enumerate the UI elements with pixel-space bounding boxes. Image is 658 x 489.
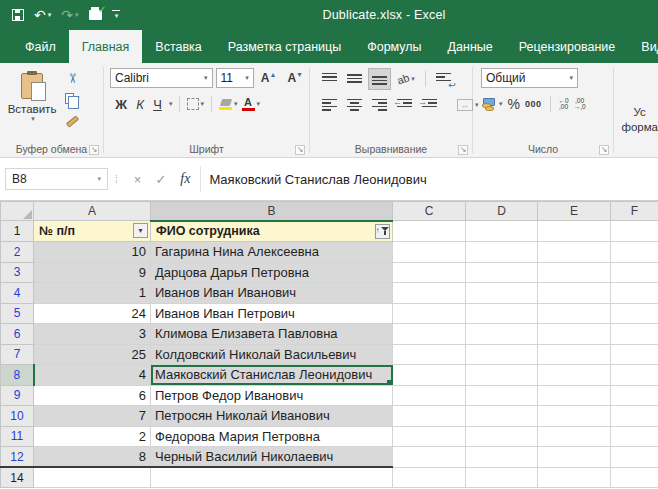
cell-a5[interactable]: 24 — [34, 303, 151, 324]
font-size-combo[interactable]: 11▾ — [216, 68, 254, 88]
borders-button[interactable]: ▾ — [186, 97, 206, 111]
column-header-e[interactable]: E — [538, 202, 611, 221]
row-header-8[interactable]: 8 — [1, 365, 34, 386]
undo-button[interactable]: ↶▾ — [34, 8, 51, 22]
tab-review[interactable]: Рецензирование — [506, 30, 629, 63]
tab-page-layout[interactable]: Разметка страницы — [215, 30, 354, 63]
undo-dropdown-icon[interactable]: ▾ — [48, 11, 52, 19]
cell-b7[interactable]: Колдовский Николай Васильевич — [151, 344, 393, 365]
cell-b9[interactable]: Петров Федор Иванович — [151, 385, 393, 406]
filter-dropdown-a1[interactable]: ▼ — [133, 223, 148, 238]
number-dialog-launcher[interactable]: ↘ — [599, 145, 609, 155]
align-bottom-button[interactable] — [368, 68, 391, 90]
cell-b4[interactable]: Иванов Иван Иванович — [151, 283, 393, 304]
increase-indent-button[interactable]: → — [418, 94, 441, 116]
copy-button[interactable]: ▾ — [64, 90, 81, 106]
number-format-combo[interactable]: Общий▾ — [481, 68, 578, 88]
decrease-indent-button[interactable]: ← — [393, 94, 416, 116]
align-center-button[interactable] — [343, 94, 366, 116]
tab-insert[interactable]: Вставка — [142, 30, 214, 63]
format-painter-button[interactable] — [64, 110, 81, 126]
decrease-font-button[interactable]: А▼ — [283, 68, 307, 88]
print-preview-button[interactable]: ✓ — [89, 10, 102, 20]
cell-b10[interactable]: Петросян Николай Иванович — [151, 406, 393, 427]
cell-a3[interactable]: 9 — [34, 262, 151, 283]
select-all-button[interactable] — [1, 202, 34, 221]
cell-a6[interactable]: 3 — [34, 324, 151, 345]
cell-b5[interactable]: Иванов Иван Петрович — [151, 303, 393, 324]
row-header-14[interactable]: 14 — [1, 467, 34, 488]
row-header[interactable]: 2 — [1, 242, 34, 263]
cut-button[interactable]: ✂ — [64, 70, 81, 86]
cell-b11[interactable]: Федорова Мария Петровна — [151, 426, 393, 447]
row-header[interactable]: 7 — [1, 344, 34, 365]
cell-a1[interactable]: № п/п ▼ — [34, 221, 151, 242]
row-header[interactable]: 10 — [1, 406, 34, 427]
cell-a2[interactable]: 10 — [34, 242, 151, 263]
redo-button[interactable]: ↷▾ — [61, 8, 78, 22]
tab-data[interactable]: Данные — [435, 30, 506, 63]
row-header[interactable]: 9 — [1, 385, 34, 406]
column-header-d[interactable]: D — [466, 202, 538, 221]
insert-function-button[interactable]: fx — [180, 171, 190, 187]
italic-button[interactable]: К — [132, 95, 148, 113]
percent-style-button[interactable]: % — [507, 95, 521, 113]
customize-qat-button[interactable]: ▾ — [112, 10, 120, 21]
cell-a7[interactable]: 25 — [34, 344, 151, 365]
column-header-a[interactable]: A — [34, 202, 151, 221]
name-box-dropdown-icon[interactable]: ▾ — [97, 175, 101, 183]
cell-a9[interactable]: 6 — [34, 385, 151, 406]
filter-sorted-b1[interactable]: ↑ — [375, 224, 390, 239]
cell-d1[interactable] — [466, 221, 538, 242]
row-header[interactable]: 4 — [1, 283, 34, 304]
row-header-1[interactable]: 1 — [1, 221, 34, 242]
paste-dropdown-icon[interactable]: ▾ — [31, 115, 35, 123]
wrap-text-button[interactable]: ↩ — [432, 68, 455, 90]
fill-color-button[interactable]: ▾ — [218, 98, 239, 111]
decrease-decimal-button[interactable]: ,00 →,0 — [573, 97, 587, 111]
font-color-button[interactable]: А▾ — [241, 96, 262, 112]
cell-b6[interactable]: Климова Елизавета Павловна — [151, 324, 393, 345]
underline-button[interactable]: Ч — [150, 95, 165, 113]
tab-home[interactable]: Главная — [69, 30, 143, 63]
cell-a14[interactable] — [34, 467, 151, 488]
alignment-dialog-launcher[interactable]: ↘ — [458, 145, 468, 155]
paste-button[interactable]: Вставить ▾ — [6, 67, 58, 126]
tab-file[interactable]: Файл — [12, 30, 69, 63]
cell-e1[interactable] — [538, 221, 611, 242]
cell-b14[interactable] — [151, 467, 393, 488]
save-button[interactable] — [12, 9, 24, 21]
font-dialog-launcher[interactable]: ↘ — [295, 145, 305, 155]
increase-decimal-button[interactable]: ←0 ,00 — [558, 97, 570, 111]
column-header-f[interactable]: F — [611, 202, 658, 221]
accounting-format-button[interactable]: ▾ — [481, 97, 504, 112]
align-left-button[interactable] — [318, 94, 341, 116]
cell-b8-selected[interactable]: Маяковский Станислав Леонидович — [151, 365, 393, 386]
font-name-combo[interactable]: Calibri▾ — [110, 68, 213, 88]
cell-b12[interactable]: Черный Василий Николаевич — [151, 447, 393, 468]
align-top-button[interactable] — [318, 68, 341, 90]
cell-a8[interactable]: 4 — [34, 365, 151, 386]
row-header[interactable]: 12 — [1, 447, 34, 468]
cell-b1[interactable]: ФИО сотрудника ↑ — [151, 221, 393, 242]
formula-input[interactable]: Маяковский Станислав Леонидович — [200, 166, 658, 192]
formula-bar-splitter[interactable]: ⁞ — [115, 174, 117, 185]
cell-a11[interactable]: 2 — [34, 426, 151, 447]
enter-button[interactable]: ✓ — [155, 172, 166, 187]
cancel-button[interactable]: × — [134, 172, 142, 187]
cell-b2[interactable]: Гагарина Нина Алексеевна — [151, 242, 393, 263]
row-header[interactable]: 5 — [1, 303, 34, 324]
conditional-formatting-button[interactable]: Ус форма — [621, 105, 658, 135]
clipboard-dialog-launcher[interactable]: ↘ — [89, 145, 99, 155]
column-header-b[interactable]: B — [151, 202, 393, 221]
row-header[interactable]: 6 — [1, 324, 34, 345]
align-right-button[interactable] — [368, 94, 391, 116]
align-middle-button[interactable] — [343, 68, 366, 90]
increase-font-button[interactable]: А▲ — [257, 68, 281, 88]
cell-c1[interactable] — [393, 221, 466, 242]
cell-a4[interactable]: 1 — [34, 283, 151, 304]
cell-f1[interactable] — [611, 221, 658, 242]
orientation-button[interactable]: ab▾ — [393, 68, 419, 90]
comma-style-button[interactable]: 000 — [524, 98, 543, 110]
bold-button[interactable]: Ж — [112, 95, 130, 113]
